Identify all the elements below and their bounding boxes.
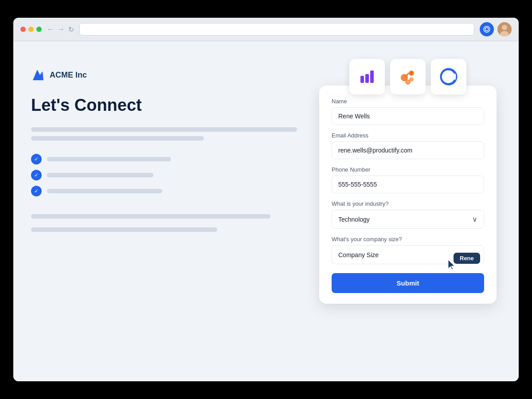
industry-select[interactable]: Technology ∨ xyxy=(332,210,484,229)
name-field: Name xyxy=(332,98,484,125)
user-avatar[interactable] xyxy=(497,22,512,36)
name-input[interactable] xyxy=(332,107,484,125)
industry-label: What is your industry? xyxy=(332,200,484,207)
company-size-field: What's your company size? Company Size ∧… xyxy=(332,236,484,264)
browser-actions xyxy=(480,22,512,36)
chilipiper-icon xyxy=(439,67,458,86)
company-size-select[interactable]: Company Size ∧ Rene xyxy=(332,245,484,264)
integration-card-hubspot xyxy=(390,59,426,94)
forward-button[interactable]: → xyxy=(58,25,65,33)
bottom-skeleton-1 xyxy=(31,214,270,219)
svg-point-4 xyxy=(410,72,413,74)
svg-point-1 xyxy=(502,25,507,30)
skeleton-line-1 xyxy=(31,127,297,132)
address-bar[interactable] xyxy=(79,23,474,35)
svg-point-8 xyxy=(409,77,414,82)
browser-content: ACME Inc Let's Connect ✓ ✓ ✓ xyxy=(13,41,519,381)
phone-label: Phone Number xyxy=(332,166,484,173)
tooltip-text: Rene xyxy=(454,253,480,264)
skeleton-line-2 xyxy=(31,136,204,141)
nav-buttons: ← → ↻ xyxy=(47,25,74,34)
check-icon-1: ✓ xyxy=(31,154,42,164)
form-card: Name Email Address Phone Number What is … xyxy=(319,86,497,304)
browser-window: ← → ↻ xyxy=(13,18,519,381)
bottom-skeletons xyxy=(31,214,297,236)
check-icon-2: ✓ xyxy=(31,170,42,180)
stripe-icon xyxy=(360,70,374,83)
right-area: Name Email Address Phone Number What is … xyxy=(315,59,501,364)
hubspot-icon xyxy=(398,67,418,86)
cursor-tooltip-area: Rene xyxy=(447,259,457,272)
traffic-light-green[interactable] xyxy=(36,27,42,32)
check-skeleton-1 xyxy=(47,157,171,161)
browser-chrome: ← → ↻ xyxy=(13,18,519,41)
email-input[interactable] xyxy=(332,141,484,159)
company-size-value: Company Size xyxy=(338,251,379,258)
email-field: Email Address xyxy=(332,132,484,159)
integration-card-chilipiper xyxy=(431,59,466,94)
left-panel: ACME Inc Let's Connect ✓ ✓ ✓ xyxy=(31,59,297,364)
logo-text: ACME Inc xyxy=(50,70,87,80)
integration-card-stripe xyxy=(349,59,385,94)
check-items: ✓ ✓ ✓ xyxy=(31,154,297,196)
submit-button[interactable]: Submit xyxy=(332,273,484,293)
check-item-3: ✓ xyxy=(31,186,297,196)
logo-area: ACME Inc xyxy=(31,68,297,82)
industry-chevron-down-icon: ∨ xyxy=(472,215,477,223)
email-label: Email Address xyxy=(332,132,484,139)
refresh-button[interactable]: ↻ xyxy=(68,25,74,34)
integrations-row xyxy=(349,59,466,94)
check-item-2: ✓ xyxy=(31,170,297,180)
company-size-label: What's your company size? xyxy=(332,236,484,243)
check-skeleton-2 xyxy=(47,173,153,177)
traffic-light-yellow[interactable] xyxy=(28,27,34,32)
page-title: Let's Connect xyxy=(31,96,297,115)
phone-field: Phone Number xyxy=(332,166,484,193)
traffic-lights xyxy=(20,27,42,32)
check-icon-3: ✓ xyxy=(31,186,42,196)
check-skeleton-3 xyxy=(47,189,162,193)
name-label: Name xyxy=(332,98,484,105)
industry-field: What is your industry? Technology ∨ xyxy=(332,200,484,229)
app-icon[interactable] xyxy=(480,22,494,36)
logo-icon xyxy=(31,68,45,82)
bottom-skeleton-2 xyxy=(31,227,217,232)
traffic-light-red[interactable] xyxy=(20,27,26,32)
industry-value: Technology xyxy=(338,216,370,223)
phone-input[interactable] xyxy=(332,176,484,193)
back-button[interactable]: ← xyxy=(47,25,54,33)
check-item-1: ✓ xyxy=(31,154,297,164)
